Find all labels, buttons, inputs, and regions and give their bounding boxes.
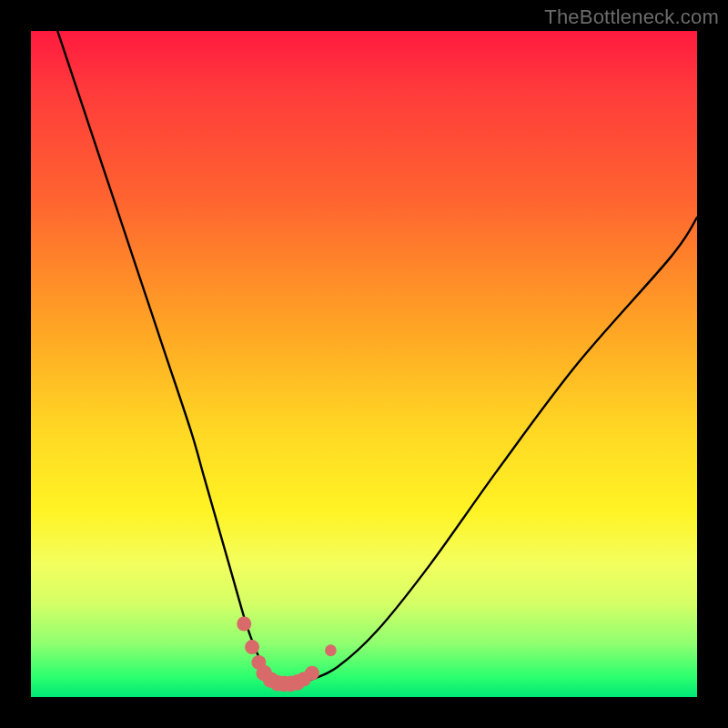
valley-marker — [237, 616, 251, 631]
valley-marker — [305, 666, 319, 681]
plot-area — [31, 31, 697, 697]
valley-marker — [325, 644, 337, 656]
watermark-text: TheBottleneck.com — [544, 5, 719, 29]
valley-markers — [237, 616, 337, 692]
valley-marker — [245, 640, 259, 654]
bottleneck-curve — [57, 31, 697, 684]
chart-frame: TheBottleneck.com — [0, 0, 728, 728]
chart-svg — [31, 31, 697, 697]
